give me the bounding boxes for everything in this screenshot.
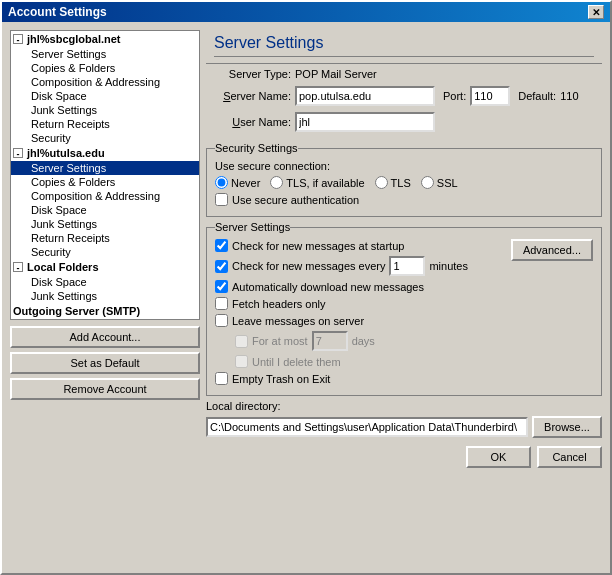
local-directory-section: Local directory: Browse... bbox=[206, 400, 602, 438]
tree-disk-space-3-label: Disk Space bbox=[31, 276, 87, 288]
fetch-headers-checkbox[interactable] bbox=[215, 297, 228, 310]
remove-account-button[interactable]: Remove Account bbox=[10, 378, 200, 400]
right-panel: Server Settings Server Type: POP Mail Se… bbox=[206, 30, 602, 565]
tree-junk-settings-3[interactable]: Junk Settings bbox=[11, 289, 199, 303]
tree-local-folders[interactable]: - Local Folders bbox=[11, 259, 199, 275]
tree-copies-folders-1[interactable]: Copies & Folders bbox=[11, 61, 199, 75]
browse-button[interactable]: Browse... bbox=[532, 416, 602, 438]
leave-messages-label: Leave messages on server bbox=[232, 315, 364, 327]
radio-tls-input[interactable] bbox=[375, 176, 388, 189]
server-type-row: Server Type: POP Mail Server bbox=[206, 68, 602, 80]
check-every-minutes-input[interactable] bbox=[389, 256, 425, 276]
tree-server-settings-1[interactable]: Server Settings bbox=[11, 47, 199, 61]
collapse-icon-utulsa[interactable]: - bbox=[13, 148, 23, 158]
tree-outgoing-smtp-label: Outgoing Server (SMTP) bbox=[13, 305, 140, 317]
check-every-checkbox[interactable] bbox=[215, 260, 228, 273]
account-tree: - jhl%sbcglobal.net Server Settings Copi… bbox=[10, 30, 200, 320]
server-type-value: POP Mail Server bbox=[295, 68, 377, 80]
check-startup-checkbox[interactable] bbox=[215, 239, 228, 252]
user-name-input[interactable] bbox=[295, 112, 435, 132]
tree-copies-folders-1-label: Copies & Folders bbox=[31, 62, 115, 74]
tree-disk-space-3[interactable]: Disk Space bbox=[11, 275, 199, 289]
close-button[interactable]: ✕ bbox=[588, 5, 604, 19]
for-at-most-input[interactable] bbox=[312, 331, 348, 351]
radio-ssl[interactable]: SSL bbox=[421, 176, 458, 189]
until-delete-label: Until I delete them bbox=[252, 356, 341, 368]
empty-trash-checkbox[interactable] bbox=[215, 372, 228, 385]
tree-disk-space-2-label: Disk Space bbox=[31, 204, 87, 216]
panel-title-text: Server Settings bbox=[214, 34, 323, 51]
server-name-input[interactable] bbox=[295, 86, 435, 106]
tree-composition-addressing-1[interactable]: Composition & Addressing bbox=[11, 75, 199, 89]
left-panel: - jhl%sbcglobal.net Server Settings Copi… bbox=[10, 30, 200, 565]
server-type-label: Server Type: bbox=[206, 68, 291, 80]
tree-security-1[interactable]: Security bbox=[11, 131, 199, 145]
tree-return-receipts-1[interactable]: Return Receipts bbox=[11, 117, 199, 131]
fetch-headers-row: Fetch headers only bbox=[215, 297, 593, 310]
set-default-button[interactable]: Set as Default bbox=[10, 352, 200, 374]
tree-junk-settings-1[interactable]: Junk Settings bbox=[11, 103, 199, 117]
default-label: Default: bbox=[518, 90, 556, 102]
check-startup-row: Check for new messages at startup bbox=[215, 239, 511, 252]
tree-local-folders-label: Local Folders bbox=[27, 261, 99, 273]
until-delete-checkbox[interactable] bbox=[235, 355, 248, 368]
use-secure-label-row: Use secure connection: bbox=[215, 160, 593, 172]
tree-security-2[interactable]: Security bbox=[11, 245, 199, 259]
security-heading: Security Settings bbox=[215, 142, 298, 154]
tree-disk-space-2[interactable]: Disk Space bbox=[11, 203, 199, 217]
secure-auth-row: Use secure authentication bbox=[215, 193, 593, 206]
tree-junk-settings-1-label: Junk Settings bbox=[31, 104, 97, 116]
for-at-most-checkbox[interactable] bbox=[235, 335, 248, 348]
tree-account-utulsa-label: jhl%utulsa.edu bbox=[27, 147, 105, 159]
local-dir-input[interactable] bbox=[206, 417, 528, 437]
ok-button[interactable]: OK bbox=[466, 446, 531, 468]
tree-copies-folders-2[interactable]: Copies & Folders bbox=[11, 175, 199, 189]
tree-junk-settings-2[interactable]: Junk Settings bbox=[11, 217, 199, 231]
tree-account-utulsa[interactable]: - jhl%utulsa.edu bbox=[11, 145, 199, 161]
radio-ssl-input[interactable] bbox=[421, 176, 434, 189]
radio-tls[interactable]: TLS bbox=[375, 176, 411, 189]
tree-server-settings-2[interactable]: Server Settings bbox=[11, 161, 199, 175]
collapse-icon-local[interactable]: - bbox=[13, 262, 23, 272]
cancel-button[interactable]: Cancel bbox=[537, 446, 602, 468]
server-settings-heading: Server Settings bbox=[215, 221, 290, 233]
tree-account-sbcglobal-label: jhl%sbcglobal.net bbox=[27, 33, 121, 45]
radio-tls-if-avail-input[interactable] bbox=[270, 176, 283, 189]
security-radio-group: Never TLS, if available TLS SSL bbox=[215, 176, 593, 189]
user-name-label: User Name: bbox=[206, 116, 291, 128]
tree-outgoing-smtp[interactable]: Outgoing Server (SMTP) bbox=[11, 303, 199, 319]
for-at-most-suffix: days bbox=[352, 335, 375, 347]
radio-tls-if-avail[interactable]: TLS, if available bbox=[270, 176, 364, 189]
port-input[interactable] bbox=[470, 86, 510, 106]
tree-junk-settings-2-label: Junk Settings bbox=[31, 218, 97, 230]
local-dir-label: Local directory: bbox=[206, 400, 602, 412]
tree-disk-space-1[interactable]: Disk Space bbox=[11, 89, 199, 103]
tree-account-sbcglobal[interactable]: - jhl%sbcglobal.net bbox=[11, 31, 199, 47]
port-label: Port: bbox=[443, 90, 466, 102]
secure-auth-checkbox[interactable] bbox=[215, 193, 228, 206]
fetch-headers-label: Fetch headers only bbox=[232, 298, 326, 310]
for-at-most-label: For at most bbox=[252, 335, 308, 347]
radio-never-label: Never bbox=[231, 177, 260, 189]
empty-trash-row: Empty Trash on Exit bbox=[215, 372, 593, 385]
tree-composition-addressing-2[interactable]: Composition & Addressing bbox=[11, 189, 199, 203]
check-every-row: Check for new messages every minutes bbox=[215, 256, 511, 276]
collapse-icon-sbcglobal[interactable]: - bbox=[13, 34, 23, 44]
tree-return-receipts-1-label: Return Receipts bbox=[31, 118, 110, 130]
check-every-suffix: minutes bbox=[429, 260, 468, 272]
advanced-button[interactable]: Advanced... bbox=[511, 239, 593, 261]
security-settings-fieldset: Security Settings Use secure connection:… bbox=[206, 142, 602, 217]
tree-security-2-label: Security bbox=[31, 246, 71, 258]
tree-junk-settings-3-label: Junk Settings bbox=[31, 290, 97, 302]
add-account-button[interactable]: Add Account... bbox=[10, 326, 200, 348]
radio-ssl-label: SSL bbox=[437, 177, 458, 189]
radio-tls-if-avail-label: TLS, if available bbox=[286, 177, 364, 189]
radio-never[interactable]: Never bbox=[215, 176, 260, 189]
leave-messages-checkbox[interactable] bbox=[215, 314, 228, 327]
radio-never-input[interactable] bbox=[215, 176, 228, 189]
panel-title: Server Settings bbox=[206, 30, 602, 64]
tree-return-receipts-2[interactable]: Return Receipts bbox=[11, 231, 199, 245]
footer-buttons: OK Cancel bbox=[206, 442, 602, 470]
auto-download-checkbox[interactable] bbox=[215, 280, 228, 293]
server-name-row: Server Name: Port: Default: 110 bbox=[206, 86, 602, 106]
